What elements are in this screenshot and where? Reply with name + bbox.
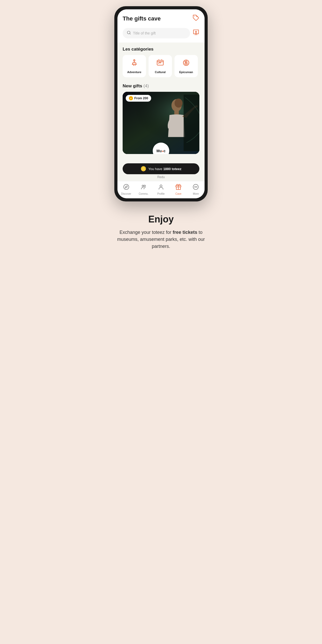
phone-frame: The gifts cave xyxy=(114,6,208,201)
community-icon xyxy=(141,184,147,192)
categories-title: Les catégories xyxy=(123,47,199,52)
profile-label: Profile xyxy=(157,192,165,195)
more-icon xyxy=(193,184,199,192)
category-card-epicurean[interactable]: Epicurean xyxy=(174,55,198,77)
nav-cave[interactable]: Cave xyxy=(171,184,186,195)
profile-icon xyxy=(158,184,164,192)
search-placeholder: Title of the gift xyxy=(133,31,156,35)
svg-point-19 xyxy=(160,185,162,187)
category-card-adventure[interactable]: Adventure xyxy=(123,55,146,77)
phone-screen: The gifts cave xyxy=(117,9,205,198)
redu-label: Redu xyxy=(117,175,205,181)
new-gifts-title: New gifts (4) xyxy=(123,83,199,89)
gift-card-wrapper: ● From 200 Muc xyxy=(123,92,199,154)
toteez-coin-icon: 🪙 xyxy=(141,166,146,172)
search-icon xyxy=(127,31,131,36)
categories-section: Les catégories xyxy=(117,43,205,80)
svg-line-2 xyxy=(130,33,130,34)
svg-marker-16 xyxy=(125,186,127,188)
categories-row: Adventure xyxy=(123,55,199,78)
map-pin-icon[interactable] xyxy=(193,29,199,37)
nav-commu[interactable]: Commu. xyxy=(136,184,151,195)
svg-point-17 xyxy=(142,185,144,187)
search-bar[interactable]: Title of the gift xyxy=(123,28,190,38)
svg-rect-13 xyxy=(174,111,179,115)
toteez-banner: 🪙 You have 1880 toteez xyxy=(123,163,199,174)
more-label: More xyxy=(193,192,199,195)
compass-icon xyxy=(123,184,129,192)
commu-label: Commu. xyxy=(139,192,149,195)
enjoy-description: Exchange your toteez for free tickets to… xyxy=(109,229,213,250)
discover-label: Discover xyxy=(121,192,131,195)
gift-icon xyxy=(175,184,181,192)
nav-profile[interactable]: Profile xyxy=(154,184,168,195)
nav-more[interactable]: More xyxy=(188,184,203,195)
bottom-nav: Discover Commu. xyxy=(117,181,205,198)
gift-card[interactable]: ● From 200 Muc xyxy=(123,92,199,154)
search-section: Title of the gift xyxy=(117,26,205,43)
cave-label: Cave xyxy=(175,192,181,195)
adventure-label: Adventure xyxy=(127,71,141,74)
svg-point-25 xyxy=(197,187,197,187)
tag-icon[interactable] xyxy=(193,15,199,23)
svg-point-12 xyxy=(174,99,183,108)
coin-icon: ● xyxy=(129,96,133,100)
svg-point-24 xyxy=(195,187,196,187)
svg-point-23 xyxy=(194,187,195,187)
price-badge: ● From 200 xyxy=(126,95,151,102)
app-title: The gifts cave xyxy=(123,15,161,22)
adventure-icon xyxy=(130,59,138,68)
app-content: The gifts cave xyxy=(117,9,205,198)
cultural-icon xyxy=(156,59,164,68)
page-wrapper: The gifts cave xyxy=(99,0,223,262)
enjoy-title: Enjoy xyxy=(109,214,213,225)
cultural-label: Cultural xyxy=(155,71,166,74)
svg-point-7 xyxy=(185,61,187,63)
app-header: The gifts cave xyxy=(117,9,205,26)
svg-point-15 xyxy=(124,184,129,190)
category-card-cultural[interactable]: Cultural xyxy=(149,55,172,77)
page-bottom: Enjoy Exchange your toteez for free tick… xyxy=(99,206,223,262)
nav-discover[interactable]: Discover xyxy=(119,184,134,195)
svg-point-3 xyxy=(195,31,197,32)
svg-point-18 xyxy=(144,185,145,187)
new-gifts-section: New gifts (4) xyxy=(117,80,205,159)
epicurean-label: Epicurean xyxy=(179,71,193,74)
toteez-text: You have 1880 toteez xyxy=(148,167,181,171)
epicurean-icon xyxy=(182,59,190,68)
